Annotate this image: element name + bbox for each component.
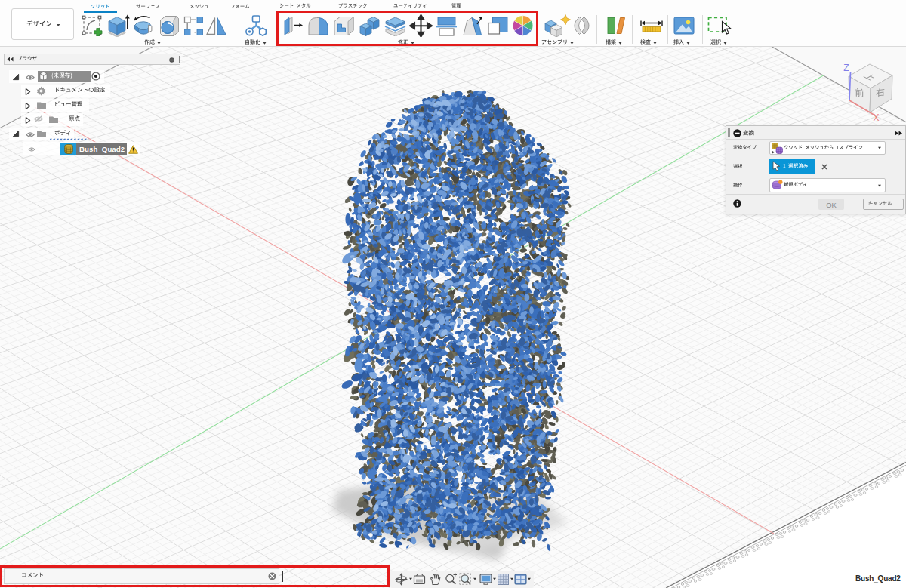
svg-text:X: X	[873, 112, 879, 123]
svg-text:Z: Z	[843, 63, 849, 73]
